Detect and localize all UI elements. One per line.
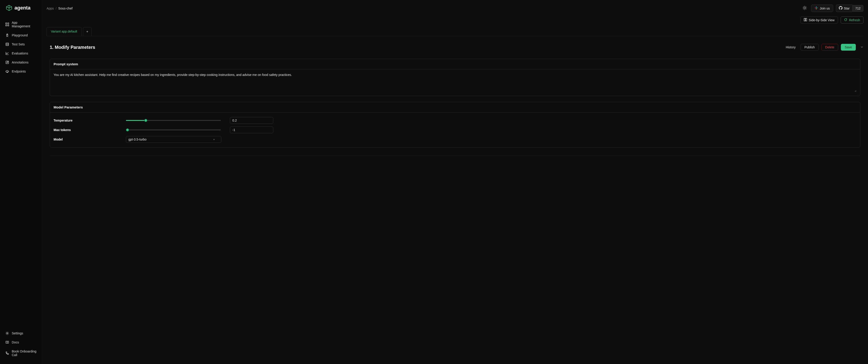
github-star-count[interactable]: 712 xyxy=(852,5,864,12)
logo-text: agenta xyxy=(14,5,31,11)
max-tokens-slider[interactable] xyxy=(126,129,221,130)
chart-icon xyxy=(5,52,9,55)
sidebar-item-label: Test Sets xyxy=(12,42,25,46)
sidebar-item-evaluations[interactable]: Evaluations xyxy=(2,49,40,58)
sidebar-item-label: Settings xyxy=(12,331,23,335)
prompt-card-title: Prompt system xyxy=(50,59,860,69)
nav-bottom: Settings Docs Book Onboarding Call xyxy=(0,329,42,360)
temperature-label: Temperature xyxy=(54,119,121,122)
prompt-system-input[interactable] xyxy=(54,72,857,92)
sidebar-item-onboarding-call[interactable]: Book Onboarding Call xyxy=(2,347,40,360)
svg-rect-14 xyxy=(815,8,816,8)
main-content: Apps / Sous-chef Join us xyxy=(42,0,868,364)
max-tokens-row: Max tokens xyxy=(54,125,857,135)
max-tokens-label: Max tokens xyxy=(54,128,121,132)
svg-rect-16 xyxy=(806,18,807,21)
divider xyxy=(50,156,860,156)
breadcrumb-root[interactable]: Apps xyxy=(46,6,54,10)
sidebar-item-test-sets[interactable]: Test Sets xyxy=(2,40,40,49)
svg-rect-12 xyxy=(816,8,818,8)
svg-rect-3 xyxy=(8,25,9,26)
section-actions: History Publish Delete Save xyxy=(783,44,864,51)
breadcrumb-separator: / xyxy=(56,6,57,10)
side-by-side-button[interactable]: Side-by-Side View xyxy=(800,16,838,24)
github-star-group: Star 712 xyxy=(836,4,864,12)
max-tokens-value-input[interactable] xyxy=(230,127,273,133)
section-title: 1. Modify Parameters xyxy=(50,45,95,50)
svg-rect-15 xyxy=(804,18,805,21)
tab-variant-default[interactable]: Variant app.default xyxy=(46,27,82,36)
database-icon xyxy=(5,42,9,46)
sidebar: agenta App Management Playground Test Se… xyxy=(0,0,42,364)
temperature-row: Temperature xyxy=(54,116,857,125)
sidebar-item-annotations[interactable]: Annotations xyxy=(2,58,40,67)
temperature-slider[interactable] xyxy=(126,120,221,121)
svg-rect-11 xyxy=(816,6,816,8)
model-select[interactable]: gpt-3.5-turbo ▾ xyxy=(126,136,221,143)
rocket-icon xyxy=(5,33,9,37)
prompt-card: Prompt system xyxy=(50,59,860,96)
variant-tabs: Variant app.default ＋ xyxy=(46,27,864,36)
sidebar-item-playground[interactable]: Playground xyxy=(2,31,40,40)
plus-icon: ＋ xyxy=(86,30,89,34)
topbar: Apps / Sous-chef Join us xyxy=(46,4,864,16)
grid-icon xyxy=(5,23,9,26)
slack-icon xyxy=(814,6,818,10)
book-icon xyxy=(5,340,9,344)
refresh-button[interactable]: Refresh xyxy=(841,16,864,24)
view-toolbar: Side-by-Side View Refresh xyxy=(46,16,864,27)
svg-rect-13 xyxy=(816,8,816,9)
chevron-down-icon: ▾ xyxy=(213,138,215,141)
sidebar-item-endpoints[interactable]: Endpoints xyxy=(2,67,40,76)
breadcrumb: Apps / Sous-chef xyxy=(46,6,72,10)
sidebar-item-label: Playground xyxy=(12,33,28,37)
publish-button[interactable]: Publish xyxy=(801,44,819,51)
side-by-side-label: Side-by-Side View xyxy=(809,18,835,22)
sidebar-item-label: Endpoints xyxy=(12,70,26,73)
chevron-down-icon xyxy=(860,46,864,49)
sidebar-item-settings[interactable]: Settings xyxy=(2,329,40,338)
save-button[interactable]: Save xyxy=(841,44,856,51)
svg-rect-8 xyxy=(6,61,8,64)
join-us-button[interactable]: Join us xyxy=(811,4,833,12)
star-label: Star xyxy=(844,6,850,10)
phone-icon xyxy=(5,351,9,355)
tab-add-button[interactable]: ＋ xyxy=(83,27,92,36)
temperature-value-input[interactable] xyxy=(230,117,273,124)
theme-toggle-button[interactable] xyxy=(801,5,808,12)
logo-icon xyxy=(5,4,13,11)
delete-button[interactable]: Delete xyxy=(822,44,838,51)
svg-rect-0 xyxy=(6,23,7,24)
section-header: 1. Modify Parameters History Publish Del… xyxy=(46,36,864,53)
svg-rect-1 xyxy=(8,23,9,24)
history-button[interactable]: History xyxy=(783,44,798,51)
svg-rect-2 xyxy=(6,25,7,26)
github-star-button[interactable]: Star xyxy=(836,4,852,12)
github-icon xyxy=(839,6,842,10)
collapse-toggle[interactable] xyxy=(860,45,864,49)
cloud-icon xyxy=(5,70,9,73)
model-select-value: gpt-3.5-turbo xyxy=(128,138,147,141)
join-us-label: Join us xyxy=(820,6,830,10)
svg-point-9 xyxy=(7,333,8,334)
sidebar-item-label: Evaluations xyxy=(12,52,28,55)
sidebar-item-label: App Management xyxy=(12,21,36,28)
sidebar-item-label: Annotations xyxy=(12,61,29,64)
breadcrumb-current: Sous-chef xyxy=(58,6,72,10)
nav-main: App Management Playground Test Sets Eval… xyxy=(0,18,42,76)
layout-icon xyxy=(804,18,807,22)
tab-label: Variant app.default xyxy=(51,30,77,33)
sidebar-item-docs[interactable]: Docs xyxy=(2,338,40,347)
refresh-label: Refresh xyxy=(849,18,860,22)
sun-icon xyxy=(802,6,807,11)
svg-point-10 xyxy=(804,7,806,9)
edit-icon xyxy=(5,61,9,64)
topbar-actions: Join us Star 712 xyxy=(801,4,864,12)
svg-rect-5 xyxy=(6,43,8,46)
sidebar-item-app-management[interactable]: App Management xyxy=(2,18,40,31)
refresh-icon xyxy=(844,18,847,22)
gear-icon xyxy=(5,331,9,335)
logo[interactable]: agenta xyxy=(0,4,42,18)
model-params-title: Model Parameters xyxy=(50,102,860,112)
model-label: Model xyxy=(54,138,121,141)
